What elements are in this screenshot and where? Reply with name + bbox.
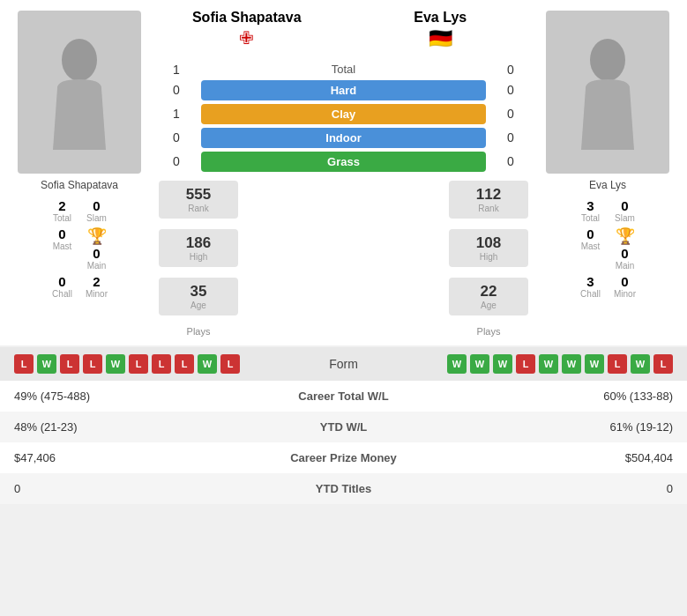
- form-label: Form: [317, 357, 370, 371]
- right-age-box: 22 Age: [449, 278, 528, 315]
- form-badge-w: W: [539, 354, 558, 374]
- right-high-lbl: High: [463, 252, 514, 262]
- indoor-badge: Indoor: [201, 128, 486, 148]
- left-slam-block: 0 Slam: [86, 198, 108, 223]
- form-badge-w: W: [493, 354, 512, 374]
- left-form-badges: LWLLWLLLWL: [14, 354, 240, 374]
- left-age-lbl: Age: [173, 301, 224, 310]
- right-plays-label: Plays: [477, 326, 501, 337]
- right-stats-grid: 3 Total 0 Slam 0 Mast 🏆 0 Main 3: [579, 198, 636, 299]
- right-age-val: 22: [463, 283, 514, 301]
- form-badge-l: L: [220, 354, 240, 374]
- left-rank-val: 555: [173, 186, 224, 204]
- left-plays-label: Plays: [187, 326, 211, 337]
- right-high-box: 108 High: [449, 229, 528, 267]
- form-badge-l: L: [152, 354, 171, 374]
- form-badge-l: L: [608, 354, 627, 374]
- left-mast-block: 0 Mast: [51, 226, 73, 271]
- left-age-box: 35 Age: [159, 278, 238, 315]
- form-badge-w: W: [198, 354, 217, 374]
- left-indoor-val: 0: [159, 130, 194, 145]
- left-slam-lbl: Slam: [86, 213, 107, 223]
- left-clay-val: 1: [159, 107, 194, 121]
- right-rank-val: 112: [463, 186, 514, 204]
- left-trophy-icon: 🏆: [87, 226, 107, 246]
- right-main-lbl: Main: [616, 261, 635, 271]
- stats-row: $47,406 Career Prize Money $504,404: [0, 442, 687, 473]
- left-chall-block: 0 Chall: [51, 274, 73, 299]
- left-mast-lbl: Mast: [53, 241, 72, 251]
- clay-row: 1 Clay 0: [159, 104, 528, 124]
- form-badge-w: W: [585, 354, 604, 374]
- right-rank-box: 112 Rank: [449, 181, 528, 219]
- left-grass-val: 0: [159, 154, 194, 168]
- right-player-flag: 🇩🇪: [344, 27, 538, 50]
- left-high-box: 186 High: [159, 229, 238, 267]
- form-badge-w: W: [37, 354, 56, 374]
- main-container: Sofia Shapatava 2 Total 0 Slam 0 Mast 🏆 …: [0, 0, 687, 504]
- left-main-val: 0: [93, 246, 100, 261]
- surface-rows-container: 1 Total 0 0 Hard 0 1 Clay 0 0: [150, 63, 537, 172]
- left-name-header-block: Sofia Shapatava ✙: [150, 9, 344, 48]
- left-mast-val: 0: [58, 226, 65, 241]
- left-rank-box: 555 Rank: [159, 181, 238, 219]
- left-center-boxes: 555 Rank 186 High 35 Age Plays: [159, 181, 238, 337]
- left-rank-lbl: Rank: [173, 204, 224, 213]
- form-section: LWLLWLLLWL Form WWWLWWWLWL: [0, 347, 687, 381]
- right-silhouette: [572, 35, 643, 150]
- left-total-lbl: Total: [53, 213, 71, 223]
- right-main-val: 0: [621, 246, 628, 261]
- right-player-photo: [546, 11, 669, 174]
- right-chall-lbl: Chall: [580, 289, 601, 299]
- right-total-block: 3 Total: [579, 198, 601, 223]
- clay-badge: Clay: [201, 104, 486, 124]
- left-player-flag: ✙: [150, 27, 344, 48]
- right-player-column: Eva Lys 3 Total 0 Slam 0 Mast 🏆 0: [537, 0, 687, 345]
- stats-table: 49% (475-488) Career Total W/L 60% (133-…: [0, 381, 687, 504]
- stats-row: 0 YTD Titles 0: [0, 473, 687, 504]
- right-minor-lbl: Minor: [614, 289, 636, 299]
- left-player-name-header: Sofia Shapatava: [150, 9, 344, 27]
- right-rank-lbl: Rank: [463, 204, 514, 213]
- form-badge-w: W: [631, 354, 650, 374]
- stat-left-val: 48% (21-23): [0, 412, 194, 442]
- right-age-lbl: Age: [463, 301, 514, 310]
- grass-badge: Grass: [201, 152, 486, 172]
- right-mast-lbl: Mast: [581, 241, 601, 251]
- right-chall-block: 3 Chall: [579, 274, 601, 299]
- stat-right-val: $504,404: [493, 442, 687, 473]
- right-minor-block: 0 Minor: [614, 274, 636, 299]
- left-player-name-label: Sofia Shapatava: [41, 179, 118, 191]
- left-trophy-block: 🏆 0 Main: [86, 226, 108, 271]
- total-row: 1 Total 0: [159, 63, 528, 77]
- stat-left-val: 0: [0, 473, 194, 504]
- stat-center-label: Career Total W/L: [194, 381, 493, 412]
- left-minor-lbl: Minor: [86, 289, 108, 299]
- right-grass-val: 0: [493, 154, 528, 168]
- right-form-badges: WWWLWWWLWL: [447, 354, 673, 374]
- center-stat-boxes-row: 555 Rank 186 High 35 Age Plays: [150, 181, 537, 337]
- total-label: Total: [194, 63, 493, 76]
- stat-right-val: 61% (19-12): [493, 412, 687, 442]
- right-mast-block: 0 Mast: [579, 226, 601, 271]
- right-player-name-label: Eva Lys: [589, 179, 626, 191]
- form-badge-l: L: [60, 354, 79, 374]
- left-age-val: 35: [173, 283, 224, 301]
- form-badge-l: L: [14, 354, 34, 374]
- right-slam-val: 0: [621, 198, 628, 213]
- stat-right-val: 60% (133-88): [493, 381, 687, 412]
- player-names-header: Sofia Shapatava ✙ Eva Lys 🇩🇪: [150, 9, 537, 50]
- svg-point-0: [62, 39, 97, 81]
- left-slam-val: 0: [93, 198, 100, 213]
- stat-center-label: Career Prize Money: [194, 442, 493, 473]
- form-badge-l: L: [175, 354, 194, 374]
- form-badge-l: L: [653, 354, 673, 374]
- stats-row: 49% (475-488) Career Total W/L 60% (133-…: [0, 381, 687, 412]
- right-trophy-block: 🏆 0 Main: [614, 226, 636, 271]
- stat-left-val: $47,406: [0, 442, 194, 473]
- hard-row: 0 Hard 0: [159, 80, 528, 100]
- right-total-val: 3: [586, 198, 594, 213]
- right-chall-val: 3: [586, 274, 594, 289]
- right-trophy-icon: 🏆: [616, 226, 635, 246]
- svg-point-1: [590, 39, 625, 81]
